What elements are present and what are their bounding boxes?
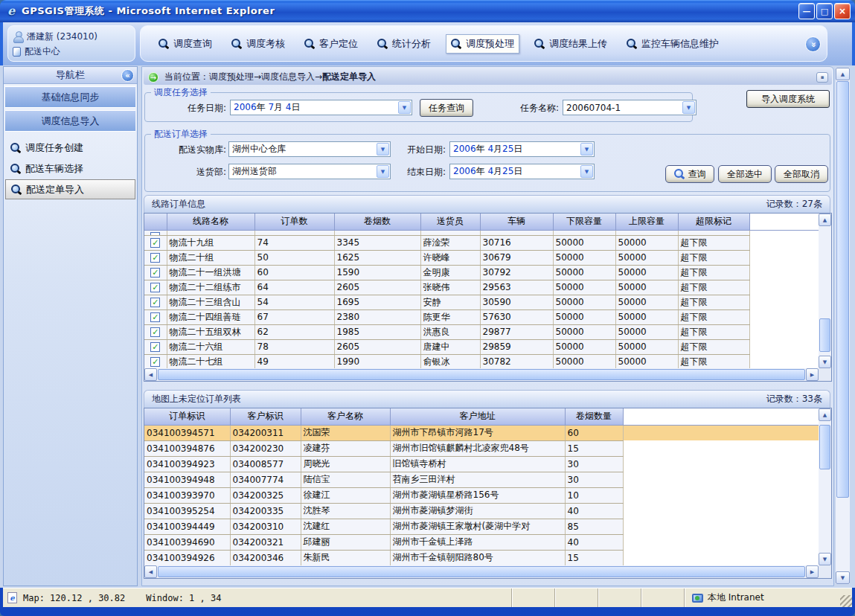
- end-date-combobox[interactable]: 2006年 4月25日 ▼: [449, 164, 595, 179]
- user-department: 配送中心: [25, 45, 60, 58]
- column-header: 卷烟数量: [565, 408, 623, 425]
- route-table-vscrollbar[interactable]: ▲ ▼: [819, 214, 831, 368]
- search-icon: [304, 39, 315, 49]
- window: e GPSGIS管理系统 - Microsoft Internet Explor…: [0, 0, 855, 616]
- scroll-up-button[interactable]: ▲: [819, 408, 831, 421]
- top-nav-item[interactable]: 调度预处理: [446, 34, 519, 54]
- task-date-label: 任务日期:: [167, 102, 226, 115]
- route-row[interactable]: ✓ 物流十九组 74 3345 薛淦荣 30716 50000 50000 超下…: [144, 235, 819, 250]
- deselect-all-button[interactable]: 全部取消: [775, 165, 828, 183]
- route-row[interactable]: ✓ 物流二十六组 78 2605 唐建中 29859 50000 50000 超…: [144, 339, 819, 354]
- title-bar[interactable]: e GPSGIS管理系统 - Microsoft Internet Explor…: [0, 0, 855, 22]
- maximize-button[interactable]: □: [816, 3, 833, 19]
- order-row[interactable]: 034100394449 034200310 沈建红 湖州市菱湖镇王家墩村(菱湖…: [144, 519, 819, 534]
- top-nav-item[interactable]: 调度查询: [154, 35, 217, 53]
- scroll-right-button[interactable]: ▶: [806, 368, 819, 381]
- route-row[interactable]: ✓ 物流二十五组双林 62 1985 洪惠良 29877 50000 50000…: [144, 324, 819, 339]
- sidebar-collapse-button[interactable]: «: [121, 69, 134, 82]
- top-nav-item[interactable]: 统计分析: [373, 35, 435, 53]
- close-button[interactable]: ×: [834, 3, 851, 19]
- start-date-combobox[interactable]: 2006年 4月25日 ▼: [449, 141, 595, 157]
- row-checkbox[interactable]: ✓: [150, 342, 160, 352]
- customer-id-cell: 034200230: [230, 440, 301, 456]
- order-row[interactable]: 034100394876 034200230 凌建芬 湖州市旧馆镇麒麟村北凌家兜…: [144, 440, 819, 456]
- search-icon: [11, 185, 22, 195]
- minimize-button[interactable]: —: [798, 3, 815, 19]
- top-nav-item[interactable]: 调度结果上传: [530, 35, 612, 53]
- row-checkbox[interactable]: ✓: [150, 268, 160, 277]
- order-row[interactable]: 034100394926 034200346 朱新民 湖州市千金镇朝阳路80号 …: [144, 550, 819, 565]
- status-divider: [511, 588, 554, 607]
- row-checkbox[interactable]: ✓: [150, 312, 160, 322]
- scroll-left-button[interactable]: ◀: [144, 565, 157, 578]
- order-row[interactable]: 034100393970 034200325 徐建江 湖州市菱湖镇星桥路156号…: [144, 487, 819, 503]
- sidebar-item[interactable]: 调度任务创建: [5, 138, 135, 158]
- order-count-cell: 60: [254, 265, 334, 280]
- top-nav-item[interactable]: 监控车辆信息维护: [622, 35, 723, 53]
- top-nav-item[interactable]: 客户定位: [300, 35, 362, 53]
- warehouse-combobox[interactable]: 湖州中心仓库 ▼: [228, 141, 391, 157]
- unlocated-table-vscrollbar[interactable]: ▲ ▼: [819, 408, 831, 565]
- select-all-button[interactable]: 全部选中: [718, 165, 772, 183]
- column-header: 客户标识: [230, 408, 301, 425]
- route-row[interactable]: ✓ 物流二十组 50 1625 许晓峰 30679 50000 50000 超下…: [144, 250, 819, 265]
- sidebar-group-button[interactable]: 基础信息同步: [5, 86, 135, 108]
- import-dispatch-button[interactable]: 导入调度系统: [746, 90, 830, 108]
- route-table-hscrollbar[interactable]: ◀ ▶: [144, 368, 819, 381]
- scroll-down-button[interactable]: ▼: [819, 356, 831, 368]
- row-checkbox[interactable]: ✓: [150, 298, 160, 307]
- route-row[interactable]: ✓ 物流二十七组 49 1990 俞银冰 30782 50000 50000 超…: [144, 354, 819, 368]
- upper-capacity-cell: 50000: [615, 235, 678, 250]
- scroll-thumb[interactable]: [158, 566, 805, 577]
- route-table-header-bar: 线路订单信息 记录数：27条: [144, 195, 830, 213]
- page-scrollbar[interactable]: ▲ ▼: [836, 68, 850, 584]
- panel-collapse-button[interactable]: ▪: [816, 72, 828, 83]
- scroll-right-button[interactable]: ▶: [806, 565, 819, 578]
- scroll-down-button[interactable]: ▼: [836, 571, 850, 584]
- task-date-combobox[interactable]: 2006年 7月 4日 ▼: [230, 100, 412, 115]
- top-nav-item[interactable]: 调度考核: [227, 35, 289, 53]
- sidebar-group-button[interactable]: 调度信息导入: [5, 110, 135, 132]
- task-name-combobox[interactable]: 20060704-1 ▼: [563, 100, 697, 115]
- scroll-thumb[interactable]: [836, 81, 849, 498]
- dropdown-arrow-icon[interactable]: ▼: [377, 143, 389, 155]
- query-button[interactable]: 查询: [665, 165, 714, 183]
- row-checkbox[interactable]: ✓: [150, 357, 160, 367]
- sidebar-item[interactable]: 配送定单导入: [5, 179, 135, 199]
- scroll-up-button[interactable]: ▲: [819, 214, 831, 226]
- route-row[interactable]: ✓ 物流二十四组善琏 67 2380 陈更华 57630 50000 50000…: [144, 309, 819, 324]
- delivery-dept-combobox[interactable]: 湖州送货部 ▼: [228, 164, 391, 179]
- delivery-dept-label: 送货部:: [156, 166, 226, 179]
- row-checkbox[interactable]: ✓: [150, 238, 160, 248]
- nav-collapse-button[interactable]: «: [805, 36, 821, 52]
- scroll-thumb[interactable]: [158, 369, 805, 380]
- route-row[interactable]: ✓ 物流二十三组含山 54 1695 安静 30590 50000 50000 …: [144, 295, 819, 309]
- order-row[interactable]: 034100394690 034200321 邱建丽 湖州市千金镇上泽路 40: [144, 534, 819, 550]
- scroll-down-button[interactable]: ▼: [819, 553, 831, 565]
- scroll-thumb[interactable]: [819, 425, 830, 469]
- scroll-up-button[interactable]: ▲: [836, 68, 850, 80]
- row-checkbox[interactable]: ✓: [150, 327, 160, 337]
- dropdown-arrow-icon[interactable]: ▼: [377, 165, 389, 178]
- dropdown-arrow-icon[interactable]: ▼: [580, 165, 593, 178]
- dropdown-arrow-icon[interactable]: ▼: [398, 101, 411, 114]
- sidebar-item[interactable]: 配送车辆选择: [5, 158, 135, 179]
- scroll-left-button[interactable]: ◀: [144, 368, 157, 381]
- route-row[interactable]: ✓ 物流二十二组练市 64 2605 张晓伟 29563 50000 50000…: [144, 280, 819, 295]
- dropdown-arrow-icon[interactable]: ▼: [580, 143, 593, 155]
- top-nav-item-label: 调度预处理: [466, 37, 514, 51]
- order-row[interactable]: 034100394948 034007774 陆信宝 苕南乡三田洋村 30: [144, 472, 819, 487]
- route-row[interactable]: ✓ 物流二十一组洪塘 60 1590 金明康 30792 50000 50000…: [144, 265, 819, 280]
- order-row[interactable]: 034100394571 034200311 沈国荣 湖州市下昂镇市河路17号 …: [144, 425, 819, 440]
- row-checkbox[interactable]: ✓: [150, 283, 160, 292]
- row-checkbox[interactable]: ✓: [150, 253, 160, 263]
- search-icon: [534, 39, 545, 49]
- scroll-thumb[interactable]: [819, 318, 830, 352]
- order-row[interactable]: 034100395254 034200335 沈胜琴 湖州市菱湖镇梦湖街 40: [144, 503, 819, 519]
- task-query-button[interactable]: 任务查询: [420, 99, 473, 117]
- limit-flag-cell: 超下限: [678, 250, 749, 265]
- unlocated-table-hscrollbar[interactable]: ◀ ▶: [144, 565, 819, 578]
- resize-grip[interactable]: [840, 595, 852, 607]
- order-row[interactable]: 034100394923 034008577 周晓光 旧馆镇寺桥村 30: [144, 456, 819, 472]
- dropdown-arrow-icon[interactable]: ▼: [682, 101, 695, 114]
